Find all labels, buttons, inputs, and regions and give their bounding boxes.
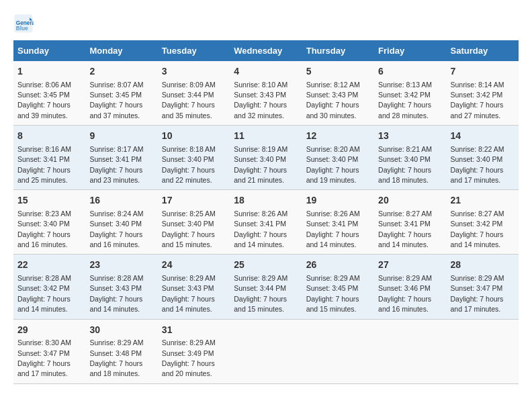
day-number: 6 xyxy=(378,65,442,79)
col-header-saturday: Saturday xyxy=(447,40,519,61)
day-number: 4 xyxy=(234,65,298,79)
calendar-week-row: 29 Sunrise: 8:30 AMSunset: 3:47 PMDaylig… xyxy=(13,319,519,383)
calendar-cell: 6 Sunrise: 8:13 AMSunset: 3:42 PMDayligh… xyxy=(374,61,446,126)
calendar-cell: 29 Sunrise: 8:30 AMSunset: 3:47 PMDaylig… xyxy=(13,319,85,383)
calendar-cell: 2 Sunrise: 8:07 AMSunset: 3:45 PMDayligh… xyxy=(85,61,157,126)
calendar-cell: 24 Sunrise: 8:29 AMSunset: 3:43 PMDaylig… xyxy=(158,255,230,319)
day-number: 20 xyxy=(378,194,442,208)
logo-icon: General Blue xyxy=(13,13,34,34)
day-number: 23 xyxy=(89,259,153,272)
day-info: Sunrise: 8:19 AMSunset: 3:40 PMDaylight:… xyxy=(234,145,287,184)
day-number: 13 xyxy=(378,130,442,143)
day-number: 21 xyxy=(451,194,515,208)
col-header-sunday: Sunday xyxy=(13,40,85,61)
calendar-cell: 13 Sunrise: 8:21 AMSunset: 3:40 PMDaylig… xyxy=(374,126,446,190)
day-number: 29 xyxy=(17,324,81,337)
calendar-cell: 19 Sunrise: 8:26 AMSunset: 3:41 PMDaylig… xyxy=(302,190,374,255)
day-number: 9 xyxy=(89,130,153,143)
calendar-cell: 9 Sunrise: 8:17 AMSunset: 3:41 PMDayligh… xyxy=(85,126,157,190)
day-number: 15 xyxy=(17,194,81,208)
day-info: Sunrise: 8:22 AMSunset: 3:40 PMDaylight:… xyxy=(451,145,504,184)
day-info: Sunrise: 8:29 AMSunset: 3:48 PMDaylight:… xyxy=(89,338,143,377)
day-number: 24 xyxy=(162,259,226,272)
day-info: Sunrise: 8:14 AMSunset: 3:42 PMDaylight:… xyxy=(451,81,504,120)
day-info: Sunrise: 8:20 AMSunset: 3:40 PMDaylight:… xyxy=(306,145,360,184)
calendar-cell xyxy=(374,319,446,383)
day-info: Sunrise: 8:10 AMSunset: 3:43 PMDaylight:… xyxy=(234,81,287,120)
calendar-week-row: 15 Sunrise: 8:23 AMSunset: 3:40 PMDaylig… xyxy=(13,190,519,255)
calendar-cell: 3 Sunrise: 8:09 AMSunset: 3:44 PMDayligh… xyxy=(158,61,230,126)
day-info: Sunrise: 8:16 AMSunset: 3:41 PMDaylight:… xyxy=(17,145,71,184)
day-number: 16 xyxy=(89,194,153,208)
calendar-cell: 25 Sunrise: 8:29 AMSunset: 3:44 PMDaylig… xyxy=(230,255,302,319)
col-header-monday: Monday xyxy=(85,40,157,61)
day-info: Sunrise: 8:07 AMSunset: 3:45 PMDaylight:… xyxy=(89,81,143,120)
logo: General Blue xyxy=(13,13,36,34)
day-info: Sunrise: 8:24 AMSunset: 3:40 PMDaylight:… xyxy=(89,210,143,248)
day-info: Sunrise: 8:29 AMSunset: 3:45 PMDaylight:… xyxy=(306,274,360,313)
calendar-cell: 11 Sunrise: 8:19 AMSunset: 3:40 PMDaylig… xyxy=(230,126,302,190)
calendar-cell: 17 Sunrise: 8:25 AMSunset: 3:40 PMDaylig… xyxy=(158,190,230,255)
day-info: Sunrise: 8:13 AMSunset: 3:42 PMDaylight:… xyxy=(378,81,432,120)
day-info: Sunrise: 8:27 AMSunset: 3:42 PMDaylight:… xyxy=(451,210,504,248)
day-number: 12 xyxy=(306,130,370,143)
day-number: 17 xyxy=(162,194,226,208)
day-number: 5 xyxy=(306,65,370,79)
calendar-cell: 30 Sunrise: 8:29 AMSunset: 3:48 PMDaylig… xyxy=(85,319,157,383)
calendar-table: SundayMondayTuesdayWednesdayThursdayFrid… xyxy=(13,40,519,384)
col-header-tuesday: Tuesday xyxy=(158,40,230,61)
calendar-cell: 1 Sunrise: 8:06 AMSunset: 3:45 PMDayligh… xyxy=(13,61,85,126)
day-number: 19 xyxy=(306,194,370,208)
calendar-cell: 27 Sunrise: 8:29 AMSunset: 3:46 PMDaylig… xyxy=(374,255,446,319)
calendar-cell: 28 Sunrise: 8:29 AMSunset: 3:47 PMDaylig… xyxy=(447,255,519,319)
day-info: Sunrise: 8:27 AMSunset: 3:41 PMDaylight:… xyxy=(378,210,432,248)
day-number: 1 xyxy=(17,65,81,79)
col-header-friday: Friday xyxy=(374,40,446,61)
day-info: Sunrise: 8:29 AMSunset: 3:49 PMDaylight:… xyxy=(162,338,216,377)
day-number: 27 xyxy=(378,259,442,272)
day-info: Sunrise: 8:25 AMSunset: 3:40 PMDaylight:… xyxy=(162,210,216,248)
calendar-header-row: SundayMondayTuesdayWednesdayThursdayFrid… xyxy=(13,40,519,61)
day-info: Sunrise: 8:09 AMSunset: 3:44 PMDaylight:… xyxy=(162,81,216,120)
col-header-wednesday: Wednesday xyxy=(230,40,302,61)
calendar-cell: 18 Sunrise: 8:26 AMSunset: 3:41 PMDaylig… xyxy=(230,190,302,255)
calendar-cell xyxy=(230,319,302,383)
day-number: 18 xyxy=(234,194,298,208)
day-number: 11 xyxy=(234,130,298,143)
day-number: 28 xyxy=(451,259,515,272)
calendar-cell: 31 Sunrise: 8:29 AMSunset: 3:49 PMDaylig… xyxy=(158,319,230,383)
day-number: 25 xyxy=(234,259,298,272)
calendar-cell: 5 Sunrise: 8:12 AMSunset: 3:43 PMDayligh… xyxy=(302,61,374,126)
day-number: 10 xyxy=(162,130,226,143)
calendar-cell: 16 Sunrise: 8:24 AMSunset: 3:40 PMDaylig… xyxy=(85,190,157,255)
calendar-cell: 15 Sunrise: 8:23 AMSunset: 3:40 PMDaylig… xyxy=(13,190,85,255)
day-number: 31 xyxy=(162,324,226,337)
calendar-cell: 23 Sunrise: 8:28 AMSunset: 3:43 PMDaylig… xyxy=(85,255,157,319)
calendar-cell: 7 Sunrise: 8:14 AMSunset: 3:42 PMDayligh… xyxy=(447,61,519,126)
day-info: Sunrise: 8:23 AMSunset: 3:40 PMDaylight:… xyxy=(17,210,71,248)
day-number: 26 xyxy=(306,259,370,272)
day-info: Sunrise: 8:28 AMSunset: 3:42 PMDaylight:… xyxy=(17,274,71,313)
day-info: Sunrise: 8:18 AMSunset: 3:40 PMDaylight:… xyxy=(162,145,216,184)
day-number: 2 xyxy=(89,65,153,79)
day-info: Sunrise: 8:26 AMSunset: 3:41 PMDaylight:… xyxy=(234,210,287,248)
day-info: Sunrise: 8:28 AMSunset: 3:43 PMDaylight:… xyxy=(89,274,143,313)
calendar-cell: 4 Sunrise: 8:10 AMSunset: 3:43 PMDayligh… xyxy=(230,61,302,126)
day-info: Sunrise: 8:21 AMSunset: 3:40 PMDaylight:… xyxy=(378,145,432,184)
calendar-cell: 20 Sunrise: 8:27 AMSunset: 3:41 PMDaylig… xyxy=(374,190,446,255)
calendar-week-row: 8 Sunrise: 8:16 AMSunset: 3:41 PMDayligh… xyxy=(13,126,519,190)
day-info: Sunrise: 8:29 AMSunset: 3:43 PMDaylight:… xyxy=(162,274,216,313)
col-header-thursday: Thursday xyxy=(302,40,374,61)
svg-text:Blue: Blue xyxy=(16,26,28,32)
day-number: 8 xyxy=(17,130,81,143)
day-info: Sunrise: 8:17 AMSunset: 3:41 PMDaylight:… xyxy=(89,145,143,184)
calendar-week-row: 1 Sunrise: 8:06 AMSunset: 3:45 PMDayligh… xyxy=(13,61,519,126)
day-info: Sunrise: 8:29 AMSunset: 3:46 PMDaylight:… xyxy=(378,274,432,313)
header: General Blue xyxy=(13,13,519,34)
day-info: Sunrise: 8:06 AMSunset: 3:45 PMDaylight:… xyxy=(17,81,71,120)
calendar-cell: 8 Sunrise: 8:16 AMSunset: 3:41 PMDayligh… xyxy=(13,126,85,190)
calendar-cell: 12 Sunrise: 8:20 AMSunset: 3:40 PMDaylig… xyxy=(302,126,374,190)
calendar-cell xyxy=(447,319,519,383)
calendar-cell: 21 Sunrise: 8:27 AMSunset: 3:42 PMDaylig… xyxy=(447,190,519,255)
day-info: Sunrise: 8:26 AMSunset: 3:41 PMDaylight:… xyxy=(306,210,360,248)
